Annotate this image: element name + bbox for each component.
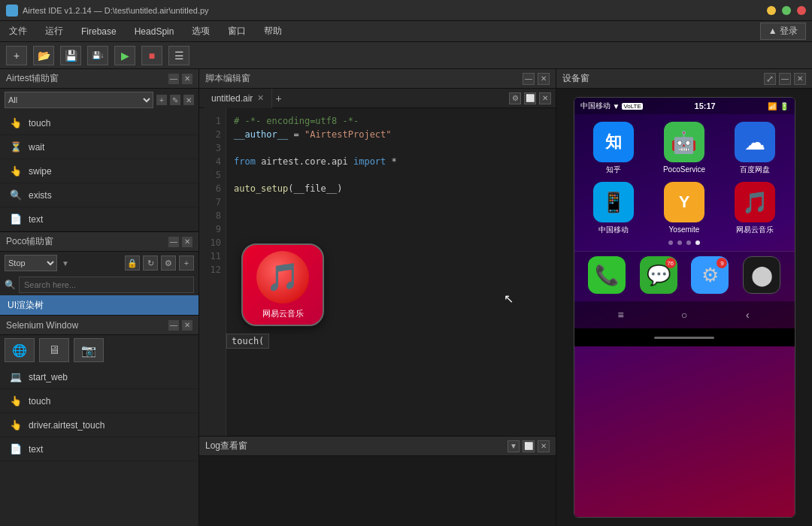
baidu-pan-icon: ☁: [735, 122, 775, 162]
title-controls: [767, 6, 806, 15]
editor-tab-close[interactable]: ✕: [257, 93, 264, 103]
airtest-minimize-btn[interactable]: —: [168, 74, 179, 84]
selenium-header: Selenium Window — ✕: [0, 316, 198, 335]
airtest-item-text[interactable]: 📄 text: [0, 207, 198, 231]
nav-home-btn[interactable]: ○: [675, 306, 693, 324]
menu-file[interactable]: 文件: [6, 23, 30, 39]
log-expand-btn[interactable]: ⬜: [523, 440, 535, 452]
device-expand-icon[interactable]: ⤢: [764, 73, 776, 85]
baidu-pan-label: 百度网盘: [740, 165, 770, 174]
airtest-item-touch[interactable]: 👆 touch: [0, 111, 198, 135]
poco-search-input[interactable]: [19, 277, 194, 293]
poco-minimize-btn[interactable]: —: [168, 237, 179, 247]
touch-label: touch: [29, 118, 50, 128]
airtest-item-wait[interactable]: ⏳ wait: [0, 135, 198, 159]
dock-phone[interactable]: 📞: [583, 256, 631, 294]
editor-expand-btn[interactable]: ⬜: [524, 92, 536, 104]
poco-tree-item[interactable]: UI渲染树: [0, 295, 198, 315]
menu-run[interactable]: 运行: [42, 23, 66, 39]
selenium-touch-label: touch: [29, 396, 50, 407]
editor-tab-untitled[interactable]: untitled.air ✕: [204, 89, 272, 108]
editor-settings-btn[interactable]: ⚙: [509, 92, 521, 104]
nav-menu-btn[interactable]: ≡: [612, 306, 630, 324]
title-bar-left: Airtest IDE v1.2.14 — D:\test\untitled.a…: [6, 5, 209, 17]
open-btn[interactable]: 📂: [33, 46, 54, 65]
minimize-btn[interactable]: [767, 6, 776, 15]
menu-options[interactable]: 选项: [189, 23, 213, 39]
airtest-item-swipe[interactable]: 👆 swipe: [0, 159, 198, 183]
status-time: 15:17: [695, 101, 716, 110]
selenium-item-driver-touch[interactable]: 👆 driver.airtest_touch: [0, 413, 198, 437]
nav-back-btn[interactable]: ‹: [738, 306, 756, 324]
search-icon: 🔍: [5, 280, 16, 290]
settings-btn[interactable]: ☰: [168, 46, 189, 65]
airtest-dropdown[interactable]: All: [5, 92, 153, 108]
menu-headspin[interactable]: HeadSpin: [132, 25, 177, 38]
log-filter-btn[interactable]: ▼: [508, 440, 520, 452]
dock-camera[interactable]: ⬤: [738, 256, 786, 294]
app-baidu-pan[interactable]: ☁ 百度网盘: [723, 122, 786, 174]
stop-btn[interactable]: ■: [141, 46, 162, 65]
dock-messages[interactable]: 💬 76: [635, 256, 682, 294]
airtest-del-btn[interactable]: ✕: [183, 95, 194, 105]
app-yosemite[interactable]: Y Yosemite: [653, 182, 716, 234]
wifi-icon: 📶: [768, 102, 777, 110]
selenium-item-text[interactable]: 📄 text: [0, 437, 198, 461]
device-header: 设备窗 ⤢ — ✕: [556, 69, 812, 89]
close-btn[interactable]: [797, 6, 806, 15]
selenium-close-btn[interactable]: ✕: [182, 320, 192, 331]
maximize-btn[interactable]: [782, 6, 791, 15]
run-btn[interactable]: ▶: [114, 46, 135, 65]
device-close-btn[interactable]: ✕: [794, 73, 806, 85]
toolbar: + 📂 💾 💾↓ ▶ ■ ☰: [0, 42, 812, 69]
selenium-item-start-web[interactable]: 💻 start_web: [0, 365, 198, 389]
app-china-mobile[interactable]: 📱 中国移动: [582, 182, 645, 234]
messages-badge: 76: [665, 258, 676, 268]
code-area[interactable]: 1234 5678 9101112 # -*- encoding=utf8 -*…: [199, 108, 556, 436]
poco-plus-btn[interactable]: +: [179, 255, 194, 271]
airtest-edit-btn[interactable]: ✎: [170, 95, 180, 105]
menu-help[interactable]: 帮助: [261, 23, 285, 39]
dock-settings[interactable]: ⚙ 9: [686, 256, 734, 294]
editor-close-btn[interactable]: ✕: [538, 73, 550, 85]
editor-collapse-btn[interactable]: —: [523, 73, 535, 85]
volte-badge: VoLTE: [622, 103, 642, 110]
app-netease-music[interactable]: 🎵 网易云音乐: [723, 182, 786, 234]
dot-4: [695, 240, 700, 245]
airtest-close-btn[interactable]: ✕: [182, 74, 192, 84]
save-as-btn[interactable]: 💾↓: [87, 46, 108, 65]
poco-dropdown-arrow: ▼: [62, 259, 69, 268]
menu-window[interactable]: 窗口: [225, 23, 249, 39]
app-pocoservice[interactable]: 🤖 PocoService: [653, 122, 716, 174]
editor-add-tab-btn[interactable]: +: [272, 92, 284, 104]
exists-label: exists: [29, 190, 52, 201]
selenium-minimize-btn[interactable]: —: [168, 320, 179, 331]
editor-close2-btn[interactable]: ✕: [539, 92, 551, 104]
save-btn[interactable]: 💾: [60, 46, 81, 65]
selenium-item-touch[interactable]: 👆 touch: [0, 389, 198, 413]
poco-lock-btn[interactable]: 🔒: [125, 255, 140, 271]
login-button[interactable]: ▲ 登录: [760, 23, 806, 40]
poco-search-row: 🔍: [0, 274, 198, 295]
text-icon: 📄: [9, 213, 23, 226]
start-web-label: start_web: [29, 372, 68, 382]
phone-mockup: 中国移动 ▼ VoLTE 15:17 📶 🔋: [574, 97, 795, 518]
selenium-tab-monitor[interactable]: 🖥: [39, 338, 69, 362]
airtest-add-btn[interactable]: +: [156, 95, 167, 105]
selenium-tab-camera[interactable]: 📷: [74, 338, 104, 362]
poco-refresh-btn[interactable]: ↻: [143, 255, 158, 271]
poco-icon-buttons: 🔒 ↻ ⚙ +: [125, 255, 194, 271]
selenium-tab-globe[interactable]: 🌐: [5, 338, 35, 362]
app-zhihu[interactable]: 知 知乎: [582, 122, 645, 174]
log-close-btn[interactable]: ✕: [538, 440, 550, 452]
new-btn[interactable]: +: [6, 46, 27, 65]
poco-mode-select[interactable]: Stop: [5, 255, 57, 271]
poco-settings-btn[interactable]: ⚙: [161, 255, 176, 271]
dock-messages-icon: 💬 76: [640, 256, 677, 294]
device-minimize-btn[interactable]: —: [779, 73, 791, 85]
app-icon: [6, 5, 18, 17]
menu-firebase[interactable]: Firebase: [78, 25, 120, 38]
phone-screen[interactable]: 中国移动 ▼ VoLTE 15:17 📶 🔋: [574, 98, 795, 517]
airtest-item-exists[interactable]: 🔍 exists: [0, 183, 198, 207]
poco-close-btn[interactable]: ✕: [182, 237, 192, 247]
